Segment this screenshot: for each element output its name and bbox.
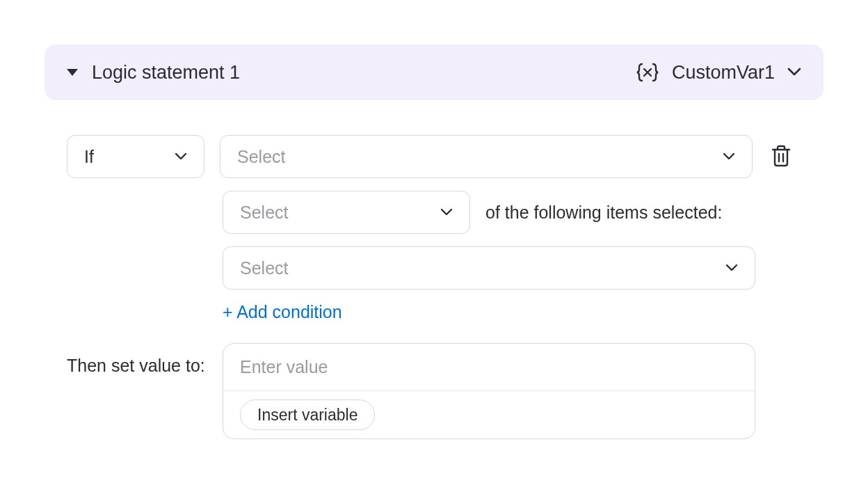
variable-icon [636,61,659,84]
header-left: Logic statement 1 [67,62,240,84]
header-right[interactable]: CustomVar1 [636,61,801,84]
statement-title: Logic statement 1 [92,62,240,84]
condition-items-select[interactable]: Select [223,246,755,290]
variable-name: CustomVar1 [672,62,775,84]
items-selected-label: of the following items selected: [485,203,722,223]
value-input[interactable] [240,357,738,377]
select-placeholder: Select [240,203,288,223]
logic-statement-card: Logic statement 1 CustomVar1 If [0,0,868,490]
condition-field-select[interactable]: Select [220,135,753,178]
condition-row-2: Select of the following items selected: [223,191,823,234]
then-label: Then set value to: [67,343,207,376]
condition-row-1: If Select [67,135,823,178]
add-condition-button[interactable]: + Add condition [223,302,342,322]
value-toolbar: Insert variable [223,391,755,438]
if-select[interactable]: If [67,135,204,178]
then-row: Then set value to: Insert variable [67,343,823,439]
chevron-down-icon [175,150,187,163]
chevron-down-icon [440,206,453,219]
collapse-icon[interactable] [67,69,78,76]
if-select-label: If [84,147,94,167]
value-input-area [223,344,755,391]
condition-row-3: Select [223,246,823,290]
chevron-down-icon [787,66,801,79]
trash-icon [771,145,791,169]
value-container: Insert variable [223,343,755,439]
add-condition-label: + Add condition [223,302,342,322]
chevron-down-icon [723,150,735,163]
delete-condition-button[interactable] [768,143,794,170]
select-placeholder: Select [237,147,285,167]
chevron-down-icon [725,262,738,274]
logic-statement-header[interactable]: Logic statement 1 CustomVar1 [45,45,823,100]
condition-quantifier-select[interactable]: Select [223,191,470,234]
content-area: If Select [45,100,823,439]
insert-variable-button[interactable]: Insert variable [240,400,375,430]
select-placeholder: Select [240,258,288,278]
